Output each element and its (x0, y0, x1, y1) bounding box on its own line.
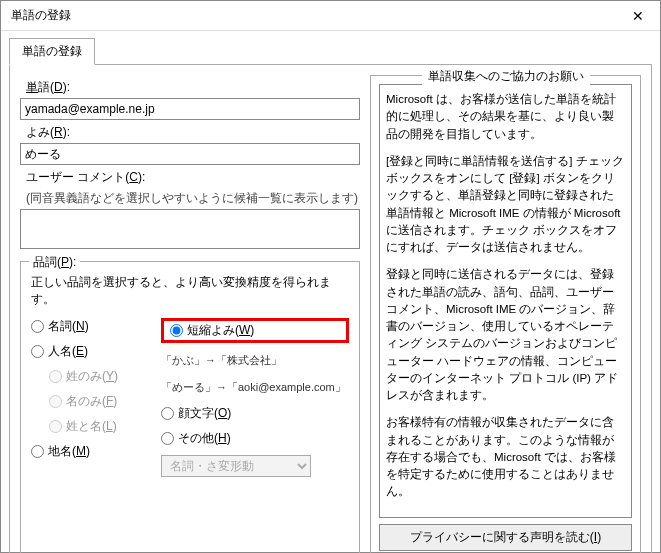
radio-tanshuku-highlight: 短縮よみ(W) (161, 318, 349, 343)
sonota-select[interactable]: 名詞・さ変形動 (161, 455, 311, 477)
radio-sei: 姓のみ(Y) (49, 368, 161, 385)
tango-input[interactable] (20, 98, 360, 120)
info-p2: [登録と同時に単語情報を送信する] チェック ボックスをオンにして [登録] ボ… (386, 153, 625, 257)
tango-label: 単語(D): (26, 79, 360, 96)
radio-chimei[interactable]: 地名(M) (31, 443, 161, 460)
hinshi-group: 品詞(P): 正しい品詞を選択すると、より高い変換精度を得られます。 名詞(N)… (20, 261, 360, 553)
info-textbox[interactable]: Microsoft は、お客様が送信した単語を統計的に処理し、その結果を基に、よ… (379, 84, 632, 518)
comment-sublabel: (同音異義語などを選択しやすいように候補一覧に表示します) (26, 190, 360, 207)
radio-jinmei[interactable]: 人名(E) (31, 343, 161, 360)
radio-seimei: 姓と名(L) (49, 418, 161, 435)
close-icon[interactable]: ✕ (615, 1, 660, 31)
example-2: 「めーる」→「aoki@example.com」 (161, 380, 349, 395)
tab-word-register[interactable]: 単語の登録 (9, 38, 95, 65)
tab-bar: 単語の登録 (1, 31, 660, 64)
privacy-button[interactable]: プライバシーに関する声明を読む(I) (379, 524, 632, 551)
radio-mei: 名のみ(F) (49, 393, 161, 410)
window-title: 単語の登録 (11, 7, 71, 24)
example-1: 「かぶ」→「株式会社」 (161, 353, 349, 368)
radio-kaomoji[interactable]: 顔文字(O) (161, 405, 349, 422)
tab-panel: 単語(D): よみ(R): ユーザー コメント(C): (同音異義語などを選択し… (9, 64, 652, 553)
comment-input[interactable] (20, 209, 360, 249)
hinshi-title: 品詞(P): (29, 254, 80, 271)
info-group: 単語収集へのご協力のお願い Microsoft は、お客様が送信した単語を統計的… (370, 75, 641, 553)
info-p1: Microsoft は、お客様が送信した単語を統計的に処理し、その結果を基に、よ… (386, 91, 625, 143)
titlebar: 単語の登録 ✕ (1, 1, 660, 31)
yomi-input[interactable] (20, 143, 360, 165)
comment-label: ユーザー コメント(C): (26, 169, 360, 186)
info-p3: 登録と同時に送信されるデータには、登録された単語の読み、語句、品詞、ユーザー コ… (386, 266, 625, 404)
hinshi-desc: 正しい品詞を選択すると、より高い変換精度を得られます。 (31, 274, 349, 308)
radio-tanshuku[interactable]: 短縮よみ(W) (170, 322, 254, 339)
info-title: 単語収集へのご協力のお願い (422, 68, 590, 85)
info-p4: お客様特有の情報が収集されたデータに含まれることがあります。このような情報が存在… (386, 414, 625, 500)
radio-sonota[interactable]: その他(H) (161, 430, 349, 447)
yomi-label: よみ(R): (26, 124, 360, 141)
radio-meishi[interactable]: 名詞(N) (31, 318, 161, 335)
